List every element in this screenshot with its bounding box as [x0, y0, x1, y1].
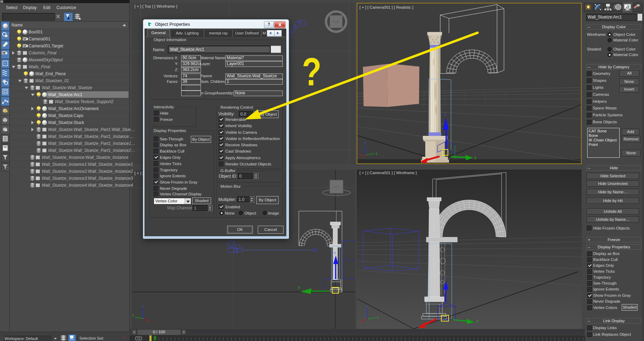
svg-text:z: z: [444, 276, 446, 280]
svg-text:y: y: [132, 313, 134, 317]
svg-text:z: z: [142, 304, 144, 308]
svg-text:x: x: [148, 320, 150, 324]
svg-text:x: x: [359, 153, 361, 156]
svg-text:TOP: TOP: [333, 20, 339, 24]
svg-text:?: ?: [4, 62, 6, 65]
svg-text:[ + ] [ Top ] [ Wireframe ]: [ + ] [ Top ] [ Wireframe ]: [134, 4, 177, 8]
svg-text:[ + ] [ Camera001 ] [ Realisti: [ + ] [ Camera001 ] [ Realistic ]: [359, 5, 413, 9]
svg-text:z: z: [444, 113, 446, 116]
svg-text:y: y: [476, 319, 479, 323]
svg-text:y: y: [474, 155, 476, 160]
svg-text:z: z: [364, 141, 366, 145]
svg-text:z: z: [366, 304, 368, 308]
svg-text:z: z: [334, 251, 336, 255]
svg-text:y: y: [298, 285, 300, 289]
svg-text:x: x: [359, 320, 361, 324]
svg-text:y: y: [376, 152, 378, 155]
svg-text:LEFT: LEFT: [333, 185, 340, 188]
svg-text:[ + ] [ Camera001 ] [ Wirefram: [ + ] [ Camera001 ] [ Wireframe ]: [359, 171, 417, 175]
svg-text:y: y: [377, 316, 379, 319]
